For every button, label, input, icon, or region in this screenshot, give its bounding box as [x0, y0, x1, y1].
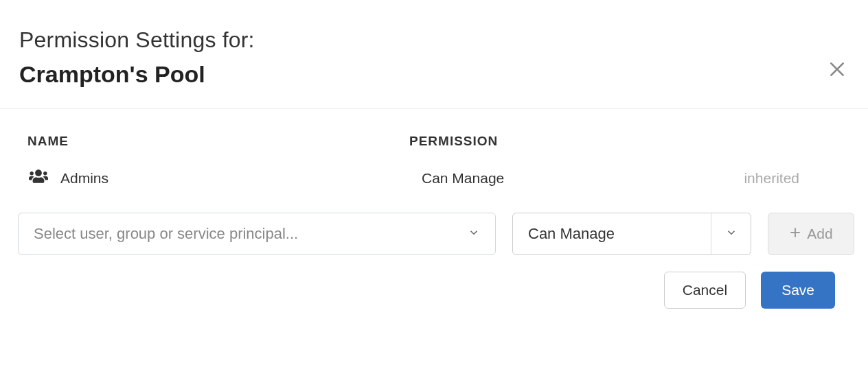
permission-select-value: Can Manage	[513, 225, 711, 243]
table-row: Admins Can Manage inherited	[27, 168, 849, 188]
close-icon	[828, 70, 846, 80]
save-button[interactable]: Save	[761, 272, 835, 309]
add-permission-row: Select user, group or service principal.…	[18, 213, 849, 255]
column-header-name: NAME	[27, 134, 409, 149]
permissions-table-header: NAME PERMISSION	[27, 134, 849, 149]
header-title-main: Crampton's Pool	[19, 61, 849, 88]
plus-icon	[789, 226, 801, 242]
row-permission-value: Can Manage	[409, 170, 698, 187]
modal-header: Permission Settings for: Crampton's Pool	[0, 0, 868, 109]
close-button[interactable]	[824, 56, 850, 84]
group-icon	[29, 168, 48, 188]
principal-select-placeholder: Select user, group or service principal.…	[34, 225, 298, 243]
modal-body: NAME PERMISSION Admins Can Manage inheri…	[0, 109, 868, 322]
row-name-cell: Admins	[27, 168, 409, 188]
permission-select-chevron-wrap	[711, 213, 751, 254]
column-header-permission: PERMISSION	[409, 134, 698, 149]
principal-select[interactable]: Select user, group or service principal.…	[18, 213, 496, 255]
chevron-down-icon	[725, 226, 738, 241]
add-button-label: Add	[807, 226, 832, 242]
chevron-down-icon	[468, 226, 480, 241]
row-principal-name: Admins	[60, 170, 108, 187]
permission-select[interactable]: Can Manage	[512, 213, 751, 255]
header-title-prefix: Permission Settings for:	[19, 27, 849, 53]
row-inherited-badge: inherited	[698, 170, 849, 187]
cancel-button[interactable]: Cancel	[664, 272, 746, 309]
permission-settings-modal: Permission Settings for: Crampton's Pool…	[0, 0, 868, 322]
add-button[interactable]: Add	[768, 213, 854, 255]
modal-footer: Cancel Save	[27, 272, 849, 309]
